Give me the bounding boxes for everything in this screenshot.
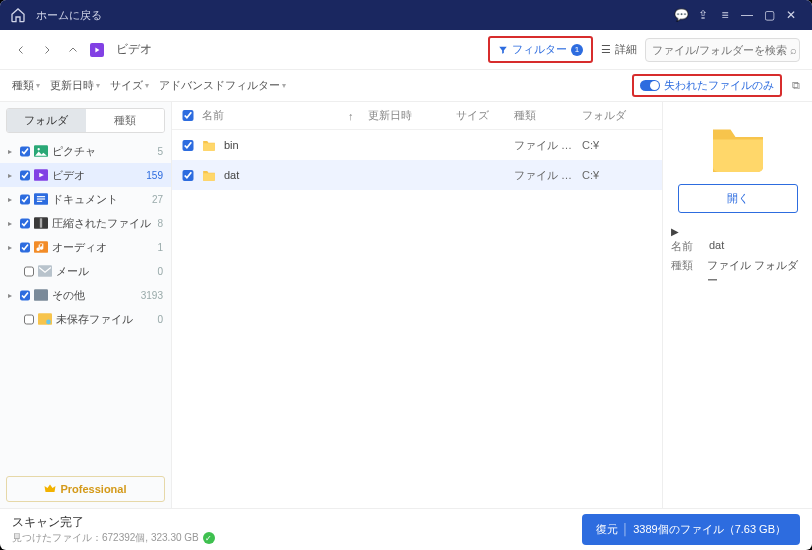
tree-checkbox[interactable] (20, 194, 30, 205)
share-icon[interactable]: ⇪ (692, 8, 714, 22)
chevron-right-icon: ▸ (8, 195, 16, 204)
filter-modified[interactable]: 更新日時▾ (50, 78, 100, 93)
minimize-button[interactable]: — (736, 8, 758, 22)
home-icon (10, 7, 26, 23)
svg-rect-10 (38, 265, 52, 277)
filter-badge: 1 (571, 44, 583, 56)
folder-icon (34, 289, 48, 301)
sort-arrow-icon[interactable]: ↑ (348, 110, 360, 122)
recover-label: 復元 (596, 523, 618, 535)
play-icon: ▶ (671, 226, 679, 237)
search-input[interactable] (652, 44, 790, 56)
close-button[interactable]: ✕ (780, 8, 802, 22)
file-row[interactable]: dat ファイル フ… C:¥ (172, 160, 662, 190)
row-name: dat (224, 169, 360, 181)
status-text: スキャン完了 見つけたファイル：672392個, 323.30 GB ✓ (12, 514, 215, 545)
tree-item-unsaved[interactable]: 未保存ファイル 0 (0, 307, 171, 331)
col-size[interactable]: サイズ (456, 108, 506, 123)
tree-count: 8 (157, 218, 163, 229)
status-detail: 見つけたファイル：672392個, 323.30 GB (12, 531, 199, 545)
search-icon: ⌕ (790, 44, 797, 56)
svg-rect-4 (37, 196, 45, 197)
tree-item-archives[interactable]: ▸ 圧縮されたファイル 8 (0, 211, 171, 235)
detail-view-button[interactable]: ☰ 詳細 (601, 42, 637, 57)
chevron-right-icon: ▸ (8, 243, 16, 252)
folder-icon (202, 139, 216, 151)
nav-forward-button[interactable] (38, 41, 56, 59)
filter-button[interactable]: フィルター 1 (488, 36, 593, 63)
tree-label: その他 (52, 288, 137, 303)
info-name-row: 名前 dat (671, 237, 804, 256)
check-icon: ✓ (203, 532, 215, 544)
tree-count: 5 (157, 146, 163, 157)
filter-settings-icon[interactable]: ⧉ (792, 79, 800, 92)
info-key: 名前 (671, 239, 701, 254)
nav-up-button[interactable] (64, 41, 82, 59)
file-rows: bin ファイル フ… C:¥ dat ファイル フ… C:¥ (172, 130, 662, 508)
row-checkbox[interactable] (182, 170, 194, 181)
audio-icon (34, 241, 48, 253)
lost-only-label: 失われたファイルのみ (664, 78, 774, 93)
maximize-button[interactable]: ▢ (758, 8, 780, 22)
filter-kind[interactable]: 種類▾ (12, 78, 40, 93)
search-box[interactable]: ⌕ (645, 38, 800, 62)
tree-item-pictures[interactable]: ▸ ピクチャ 5 (0, 139, 171, 163)
tree: ▸ ピクチャ 5 ▸ ビデオ 159 ▸ ドキュメント (0, 139, 171, 470)
row-type: ファイル フ… (514, 168, 574, 183)
svg-rect-5 (37, 198, 45, 199)
preview-pane: 開く ▶ 名前 dat 種類 ファイル フォルダー (662, 102, 812, 508)
filter-size[interactable]: サイズ▾ (110, 78, 149, 93)
select-all-checkbox[interactable] (182, 110, 194, 121)
svg-rect-11 (34, 289, 48, 301)
video-icon (34, 169, 48, 181)
col-type[interactable]: 種類 (514, 108, 574, 123)
col-folder[interactable]: フォルダ (582, 108, 652, 123)
filter-advanced[interactable]: アドバンスドフィルター▾ (159, 78, 286, 93)
tree-count: 159 (146, 170, 163, 181)
tree-checkbox[interactable] (20, 170, 30, 181)
mail-icon (38, 265, 52, 277)
tree-checkbox[interactable] (20, 290, 30, 301)
tree-checkbox[interactable] (24, 314, 34, 325)
toggle-on-icon (640, 80, 660, 91)
filter-label: フィルター (512, 42, 567, 57)
tree-item-mail[interactable]: メール 0 (0, 259, 171, 283)
tree-checkbox[interactable] (20, 146, 30, 157)
tree-count: 0 (157, 314, 163, 325)
tree-item-others[interactable]: ▸ その他 3193 (0, 283, 171, 307)
tree-checkbox[interactable] (20, 218, 30, 229)
svg-point-13 (46, 320, 51, 325)
col-name[interactable]: 名前 (202, 108, 340, 123)
tree-label: メール (56, 264, 153, 279)
document-icon (34, 193, 48, 205)
recover-button[interactable]: 復元│3389個のファイル（7.63 GB） (582, 514, 800, 545)
tree-checkbox[interactable] (20, 242, 30, 253)
open-button[interactable]: 開く (678, 184, 798, 213)
column-header: 名前 ↑ 更新日時 サイズ 種類 フォルダ (172, 102, 662, 130)
info-value: dat (709, 239, 724, 254)
archive-icon (34, 217, 48, 229)
status-title: スキャン完了 (12, 514, 215, 531)
feedback-icon[interactable]: 💬 (670, 8, 692, 22)
filter-bar: 種類▾ 更新日時▾ サイズ▾ アドバンスドフィルター▾ 失われたファイルのみ ⧉ (0, 70, 812, 102)
tree-label: 未保存ファイル (56, 312, 153, 327)
professional-button[interactable]: Professional (6, 476, 165, 502)
menu-icon[interactable]: ≡ (714, 8, 736, 22)
picture-icon (34, 145, 48, 157)
file-row[interactable]: bin ファイル フ… C:¥ (172, 130, 662, 160)
tree-item-video[interactable]: ▸ ビデオ 159 (0, 163, 171, 187)
chevron-right-icon: ▸ (8, 291, 16, 300)
file-list-area: 名前 ↑ 更新日時 サイズ 種類 フォルダ bin ファイル フ… C:¥ (172, 102, 662, 508)
row-checkbox[interactable] (182, 140, 194, 151)
lost-files-only-toggle[interactable]: 失われたファイルのみ (632, 74, 782, 97)
tree-item-documents[interactable]: ▸ ドキュメント 27 (0, 187, 171, 211)
col-modified[interactable]: 更新日時 (368, 108, 448, 123)
nav-back-button[interactable] (12, 41, 30, 59)
tree-checkbox[interactable] (24, 266, 34, 277)
tree-item-audio[interactable]: ▸ オーディオ 1 (0, 235, 171, 259)
tree-label: オーディオ (52, 240, 153, 255)
tab-type[interactable]: 種類 (86, 109, 165, 132)
tab-folder[interactable]: フォルダ (7, 109, 86, 132)
chevron-right-icon: ▸ (8, 147, 16, 156)
back-home-link[interactable]: ホームに戻る (36, 8, 102, 23)
